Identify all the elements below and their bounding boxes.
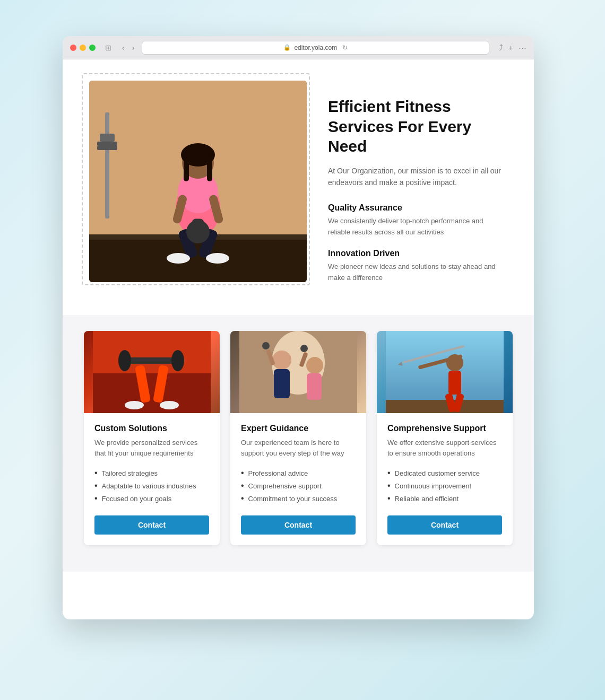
back-button[interactable]: ‹: [120, 42, 127, 53]
svg-rect-7: [89, 240, 307, 282]
card-title-3: Comprehensive Support: [387, 424, 502, 433]
forward-button[interactable]: ›: [130, 42, 137, 53]
svg-rect-3: [105, 112, 109, 218]
card-comprehensive-support: Comprehensive Support We offer extensive…: [377, 331, 513, 545]
dot-yellow[interactable]: [80, 45, 86, 51]
svg-point-19: [206, 253, 229, 264]
svg-point-18: [167, 253, 190, 264]
card-body-1: Custom Solutions We provide personalized…: [84, 413, 220, 545]
cards-section: Custom Solutions We provide personalized…: [63, 315, 534, 572]
svg-point-25: [118, 350, 131, 371]
browser-window: ⊞ ‹ › 🔒 editor.yola.com ↻ ⤴ + ⋯: [63, 36, 534, 619]
feature-innovation: Innovation Driven We pioneer new ideas a…: [328, 249, 507, 284]
svg-rect-39: [274, 369, 290, 398]
svg-point-36: [262, 342, 270, 349]
lock-icon: 🔒: [283, 44, 291, 51]
dot-red[interactable]: [70, 45, 76, 51]
card-img-svg-2: [230, 331, 366, 413]
list-item: Reliable and efficient: [387, 492, 502, 505]
svg-point-30: [160, 401, 179, 409]
svg-rect-45: [448, 371, 461, 395]
svg-rect-6: [97, 146, 117, 150]
svg-rect-23: [93, 373, 211, 413]
list-item: Commitment to your success: [241, 492, 356, 505]
card-body-2: Expert Guidance Our experienced team is …: [230, 413, 366, 545]
hero-section: Efficient Fitness Services For Every Nee…: [63, 59, 534, 315]
list-item: Comprehensive support: [241, 479, 356, 492]
svg-point-33: [272, 351, 291, 370]
contact-button-2[interactable]: Contact: [241, 515, 356, 535]
list-item: Professional advice: [241, 467, 356, 479]
dot-green[interactable]: [89, 45, 96, 51]
card-list-1: Tailored strategies Adaptable to various…: [94, 467, 209, 505]
card-desc-2: Our experienced team is here to support …: [241, 438, 356, 458]
browser-actions: ⤴ + ⋯: [499, 43, 526, 52]
svg-point-38: [300, 345, 308, 352]
card-image-3: [377, 331, 513, 413]
page-content: Efficient Fitness Services For Every Nee…: [63, 59, 534, 619]
hero-text: Efficient Fitness Services For Every Nee…: [328, 81, 507, 294]
card-body-3: Comprehensive Support We offer extensive…: [377, 413, 513, 545]
hero-image-svg: [89, 81, 307, 282]
card-image-1: [84, 331, 220, 413]
feature-quality-desc: We consistently deliver top-notch perfor…: [328, 216, 498, 238]
card-title-1: Custom Solutions: [94, 424, 209, 433]
svg-rect-40: [307, 373, 322, 400]
card-title-2: Expert Guidance: [241, 424, 356, 433]
list-item: Focused on your goals: [94, 492, 209, 505]
card-desc-3: We offer extensive support services to e…: [387, 438, 502, 458]
svg-rect-4: [100, 134, 115, 142]
cards-grid: Custom Solutions We provide personalized…: [84, 331, 513, 545]
sidebar-icon: ⊞: [105, 43, 111, 52]
more-icon[interactable]: ⋯: [518, 43, 526, 52]
hero-image: [89, 81, 307, 282]
hero-title: Efficient Fitness Services For Every Nee…: [328, 97, 507, 156]
feature-quality-title: Quality Assurance: [328, 203, 507, 213]
card-desc-1: We provide personalized services that fi…: [94, 438, 209, 458]
contact-button-3[interactable]: Contact: [387, 515, 502, 535]
card-img-svg-3: [377, 331, 513, 413]
card-img-svg-1: [84, 331, 220, 413]
svg-rect-13: [207, 155, 212, 181]
hero-image-wrapper: [89, 81, 307, 282]
svg-rect-5: [97, 142, 117, 146]
svg-point-20: [186, 220, 210, 243]
list-item: Dedicated customer service: [387, 467, 502, 479]
feature-quality: Quality Assurance We consistently delive…: [328, 203, 507, 238]
svg-rect-12: [184, 155, 189, 181]
url-text: editor.yola.com: [294, 44, 337, 51]
svg-point-34: [306, 357, 323, 374]
share-icon[interactable]: ⤴: [499, 43, 503, 52]
browser-toolbar: ⊞ ‹ › 🔒 editor.yola.com ↻ ⤴ + ⋯: [63, 36, 534, 59]
feature-innovation-title: Innovation Driven: [328, 249, 507, 258]
card-image-2: [230, 331, 366, 413]
card-custom-solutions: Custom Solutions We provide personalized…: [84, 331, 220, 545]
card-list-2: Professional advice Comprehensive suppor…: [241, 467, 356, 505]
contact-button-1[interactable]: Contact: [94, 515, 209, 535]
card-list-3: Dedicated customer service Continuous im…: [387, 467, 502, 505]
feature-innovation-desc: We pioneer new ideas and solutions to st…: [328, 261, 498, 284]
browser-nav: ‹ ›: [120, 42, 136, 53]
list-item: Continuous improvement: [387, 479, 502, 492]
svg-rect-43: [386, 400, 504, 413]
list-item: Adaptable to various industries: [94, 479, 209, 492]
hero-subtitle: At Our Organization, our mission is to e…: [328, 165, 507, 189]
svg-point-26: [171, 350, 184, 371]
svg-rect-24: [125, 357, 178, 364]
add-tab-icon[interactable]: +: [508, 43, 513, 52]
svg-point-29: [125, 401, 144, 409]
url-bar[interactable]: 🔒 editor.yola.com ↻: [142, 41, 489, 55]
refresh-icon: ↻: [342, 44, 348, 51]
list-item: Tailored strategies: [94, 467, 209, 479]
browser-dots: [70, 45, 96, 51]
card-expert-guidance: Expert Guidance Our experienced team is …: [230, 331, 366, 545]
